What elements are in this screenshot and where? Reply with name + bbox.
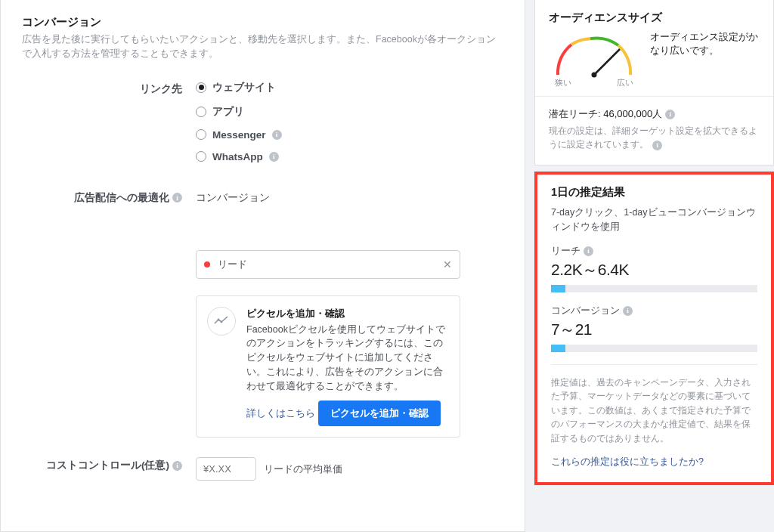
conversion-sublabel: コンバージョン i	[551, 305, 757, 317]
info-icon[interactable]: i	[269, 152, 279, 162]
divider	[551, 364, 757, 365]
reach-bar	[551, 285, 757, 292]
chart-line-icon	[207, 307, 236, 336]
radio-icon	[196, 151, 206, 162]
radio-website[interactable]: ウェブサイト	[196, 81, 503, 94]
label-text: 広告配信への最適化	[74, 191, 169, 205]
daily-title: 1日の推定結果	[551, 185, 757, 200]
radio-messenger[interactable]: Messenger i	[196, 129, 503, 141]
radio-label: WhatsApp	[212, 151, 263, 162]
pixel-callout: ピクセルを追加・確認 Facebookピクセルを使用してウェブサイトでのアクショ…	[196, 295, 460, 438]
reach-sublabel: リーチ i	[551, 245, 757, 258]
radio-icon	[196, 129, 206, 140]
daily-estimates-card: 1日の推定結果 7-dayクリック、1-dayビューコンバージョンウィンドウを使…	[534, 172, 774, 485]
optimization-label: 広告配信への最適化 i	[22, 190, 196, 205]
learn-more-link[interactable]: 詳しくはこちら	[246, 407, 315, 420]
cost-input[interactable]	[196, 457, 256, 481]
status-dot-icon	[204, 261, 210, 268]
gauge-max-label: 広い	[617, 78, 633, 88]
event-name: リード	[218, 258, 247, 271]
callout-title: ピクセルを追加・確認	[246, 307, 449, 320]
reach-description: 現在の設定は、詳細ターゲット設定を拡大できるように設定されています。 i	[549, 124, 760, 151]
bar-fill	[551, 345, 565, 352]
add-pixel-button[interactable]: ピクセルを追加・確認	[318, 401, 441, 426]
info-icon[interactable]: i	[623, 306, 633, 316]
radio-icon	[196, 82, 206, 93]
cost-control-row: コストコントロール(任意) i リードの平均単価	[22, 457, 503, 481]
svg-point-0	[218, 318, 220, 320]
gauge-min-label: 狭い	[555, 78, 571, 88]
conversion-bar	[551, 345, 757, 352]
main-conversion-panel: コンバージョン 広告を見た後に実行してもらいたいアクションと、移動先を選択します…	[0, 0, 525, 532]
optimization-row: 広告配信への最適化 i コンバージョン	[22, 190, 503, 205]
side-panel: オーディエンスサイズ 狭い 広い オーディエンス設定がかなり広いです。	[525, 0, 774, 532]
estimate-disclaimer: 推定値は、過去のキャンペーンデータ、入力された予算、マーケットデータなどの要素に…	[551, 376, 757, 446]
audience-size-card: オーディエンスサイズ 狭い 広い オーディエンス設定がかなり広いです。	[534, 0, 774, 165]
reach-value: 2.2K～6.4K	[551, 259, 757, 280]
svg-point-1	[221, 320, 223, 323]
info-icon[interactable]: i	[584, 246, 593, 256]
svg-line-2	[594, 49, 620, 75]
pixel-callout-row: ピクセルを追加・確認 Facebookピクセルを使用してウェブサイトでのアクショ…	[22, 295, 503, 438]
info-icon[interactable]: i	[665, 110, 675, 119]
spacer	[22, 250, 196, 252]
destination-options: ウェブサイト アプリ Messenger i WhatsApp i	[196, 81, 503, 173]
section-title: コンバージョン	[22, 15, 503, 29]
conversion-event-selector[interactable]: リード ✕	[196, 250, 460, 279]
cost-suffix: リードの平均単価	[264, 462, 342, 476]
info-icon[interactable]: i	[652, 141, 662, 150]
event-row: リード ✕	[22, 250, 503, 279]
callout-body: Facebookピクセルを使用してウェブサイトでのアクションをトラッキングするに…	[246, 323, 449, 394]
radio-label: アプリ	[212, 105, 244, 119]
optimization-value: コンバージョン	[196, 190, 503, 205]
svg-point-3	[592, 73, 597, 78]
conversion-value: 7～21	[551, 319, 757, 340]
radio-icon	[196, 107, 206, 117]
radio-whatsapp[interactable]: WhatsApp i	[196, 151, 503, 162]
spacer	[22, 295, 196, 297]
info-icon[interactable]: i	[172, 193, 182, 203]
clear-icon[interactable]: ✕	[443, 258, 452, 271]
label-text: コストコントロール(任意)	[46, 459, 169, 472]
info-icon[interactable]: i	[272, 130, 282, 140]
destination-label: リンク先	[22, 81, 196, 96]
radio-label: Messenger	[212, 129, 266, 141]
potential-reach: 潜在リーチ: 46,000,000人 i	[549, 107, 760, 121]
section-description: 広告を見た後に実行してもらいたいアクションと、移動先を選択します。また、Face…	[22, 32, 503, 61]
cost-control-label: コストコントロール(任意) i	[22, 457, 196, 472]
attribution-window-note: 7-dayクリック、1-dayビューコンバージョンウィンドウを使用	[551, 206, 757, 234]
bar-fill	[551, 285, 565, 292]
radio-label: ウェブサイト	[212, 81, 276, 94]
reach-label-text: 潜在リーチ: 46,000,000人	[549, 107, 662, 121]
divider	[535, 96, 773, 97]
audience-summary: オーディエンス設定がかなり広いです。	[650, 31, 760, 57]
audience-title: オーディエンスサイズ	[549, 11, 760, 25]
info-icon[interactable]: i	[172, 461, 182, 471]
gauge-meter-icon: 狭い 広い	[549, 31, 639, 85]
feedback-link[interactable]: これらの推定は役に立ちましたか?	[551, 456, 757, 469]
radio-app[interactable]: アプリ	[196, 105, 503, 119]
destination-row: リンク先 ウェブサイト アプリ Messenger i WhatsApp i	[22, 81, 503, 173]
